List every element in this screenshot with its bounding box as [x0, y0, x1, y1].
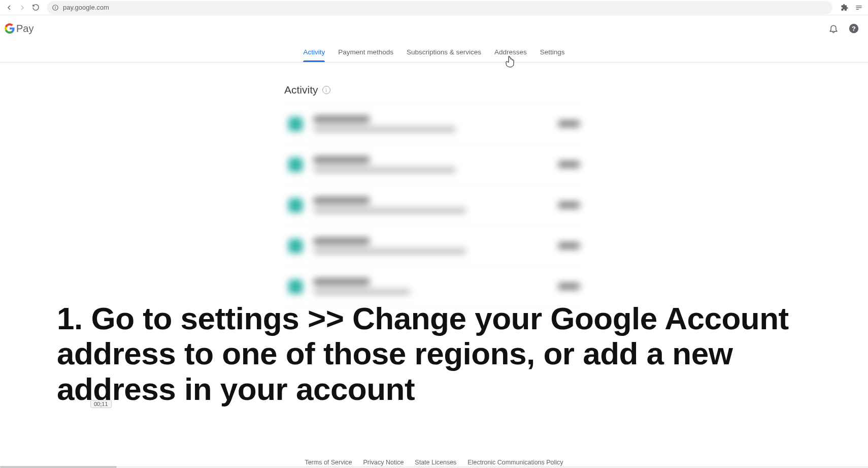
amount [558, 242, 580, 249]
app-header: Pay ? [0, 15, 868, 42]
tab-payment-methods[interactable]: Payment methods [331, 42, 400, 62]
footer-link-licenses[interactable]: State Licenses [415, 459, 456, 466]
amount [558, 120, 580, 127]
footer-link-ecomm[interactable]: Electronic Communications Policy [468, 459, 563, 466]
video-timestamp: 00:11 [90, 400, 112, 408]
instruction-overlay: 1. Go to settings >> Change your Google … [57, 301, 807, 407]
footer-link-tos[interactable]: Terms of Service [305, 459, 352, 466]
tab-settings[interactable]: Settings [533, 42, 572, 62]
merchant-icon [288, 279, 303, 294]
extensions-icon[interactable] [839, 2, 851, 14]
activity-row[interactable] [284, 104, 584, 144]
amount [558, 161, 580, 168]
tab-subscriptions[interactable]: Subscriptions & services [400, 42, 488, 62]
site-info-icon[interactable] [52, 4, 59, 11]
merchant-icon [288, 158, 303, 172]
horizontal-scrollbar[interactable] [0, 466, 868, 468]
tab-label: Subscriptions & services [407, 48, 481, 56]
activity-row[interactable] [284, 226, 584, 266]
activity-row[interactable] [284, 144, 584, 185]
svg-text:?: ? [852, 25, 856, 33]
section-title: Activity i [284, 84, 584, 103]
gpay-logo[interactable]: Pay [4, 23, 34, 35]
notifications-icon[interactable] [823, 18, 844, 39]
browser-forward-button[interactable] [16, 2, 28, 14]
tab-label: Payment methods [338, 48, 393, 56]
google-g-icon [4, 23, 15, 34]
browser-menu-icon[interactable] [853, 2, 865, 14]
tabs-row: Activity Payment methods Subscriptions &… [0, 42, 868, 63]
amount [558, 202, 580, 208]
address-bar[interactable]: pay.google.com [47, 1, 832, 14]
amount [558, 283, 580, 290]
tab-addresses[interactable]: Addresses [488, 42, 533, 62]
browser-back-button[interactable] [3, 2, 15, 14]
tab-activity[interactable]: Activity [296, 42, 331, 62]
gpay-word: Pay [16, 23, 34, 35]
svg-rect-1 [55, 7, 55, 8]
browser-bar: pay.google.com [0, 0, 868, 15]
activity-list [284, 103, 584, 307]
browser-reload-button[interactable] [29, 2, 42, 14]
tab-label: Settings [540, 48, 565, 56]
activity-row[interactable] [284, 185, 584, 226]
merchant-icon [288, 198, 303, 212]
address-bar-url: pay.google.com [63, 4, 109, 11]
footer-links: Terms of Service Privacy Notice State Li… [0, 459, 868, 466]
tab-label: Activity [303, 48, 325, 56]
section-title-text: Activity [284, 84, 318, 96]
merchant-icon [288, 117, 303, 131]
footer-link-privacy[interactable]: Privacy Notice [363, 459, 404, 466]
info-icon[interactable]: i [322, 86, 330, 94]
main-content: Activity i [284, 63, 584, 307]
help-icon[interactable]: ? [844, 18, 864, 39]
merchant-icon [288, 239, 303, 253]
svg-rect-2 [55, 6, 55, 6]
tab-label: Addresses [494, 48, 527, 56]
